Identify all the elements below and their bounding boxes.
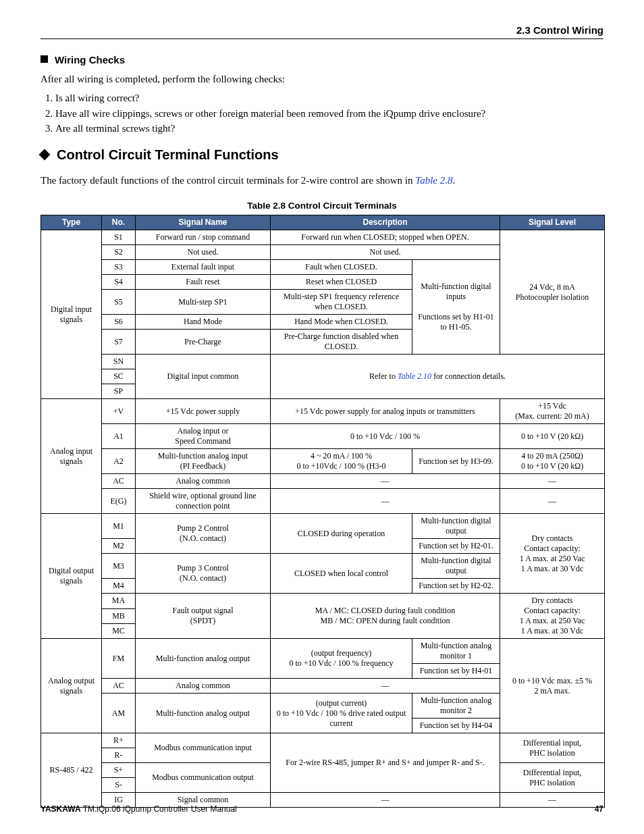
level-cell: —: [500, 489, 605, 514]
desc2-cell: Function set by H3-09.: [412, 449, 500, 474]
wiring-intro: After all wiring is completed, perform t…: [41, 72, 603, 86]
desc-pre: Refer to: [369, 371, 398, 381]
no-cell: S6: [102, 315, 136, 330]
no-cell: R-: [102, 748, 136, 763]
no-cell: M3: [102, 554, 136, 579]
name-cell: Multi-function analog input(PI Feedback): [136, 449, 271, 474]
name-cell: Shield wire, optional ground line connec…: [136, 489, 271, 514]
desc-cell: CLOSED when local control: [271, 554, 412, 594]
type-cell: Analog input signals: [41, 399, 102, 514]
name-cell: Pump 2 Control(N.O. contact): [136, 514, 271, 554]
th-desc: Description: [271, 215, 500, 230]
ccf-body-pre: The factory default functions of the con…: [41, 175, 415, 186]
table-row: Digital output signals M1 Pump 2 Control…: [41, 514, 605, 539]
desc2-cell: Multi-function digital output: [412, 554, 500, 579]
name-cell: Forward run / stop command: [136, 230, 271, 245]
page-footer: YASKAWA TM.iQp.06 iQpump Controller User…: [41, 804, 603, 814]
type-cell: Digital input signals: [41, 230, 102, 399]
name-cell: Modbus communication output: [136, 763, 271, 793]
no-cell: AC: [102, 679, 136, 694]
desc2-cell: Function set by H4-04: [412, 719, 500, 733]
th-no: No.: [102, 215, 136, 230]
no-cell: S+: [102, 763, 136, 778]
name-cell: Analog common: [136, 474, 271, 489]
desc-post: for connection details.: [431, 371, 506, 381]
footer-left: YASKAWA TM.iQp.06 iQpump Controller User…: [41, 804, 237, 814]
ccf-title-text: Control Circuit Terminal Functions: [57, 147, 279, 162]
desc-cell: Multi-step SP1 frequency reference when …: [271, 290, 412, 315]
desc-cell: (output current)0 to +10 Vdc / 100 % dri…: [271, 694, 412, 733]
table-row: A2 Multi-function analog input(PI Feedba…: [41, 449, 605, 474]
table-row: AC Analog common — —: [41, 474, 605, 489]
table-row: SN Digital input common Refer to Table 2…: [41, 355, 605, 369]
desc-cell: MA / MC: CLOSED during fault conditionMB…: [271, 594, 500, 639]
section-header: 2.3 Control Wiring: [41, 24, 603, 36]
type-cell: Analog output signals: [41, 639, 102, 733]
no-cell: AC: [102, 474, 136, 489]
desc-cell: CLOSED during operation: [271, 514, 412, 554]
desc-cell: 0 to +10 Vdc / 100 %: [271, 424, 500, 449]
name-cell: Not used.: [136, 245, 271, 260]
desc-cell: +15 Vdc power supply for analog inputs o…: [271, 399, 500, 424]
desc-cell: —: [271, 474, 500, 489]
table-2-10-link[interactable]: Table 2.10: [398, 371, 431, 381]
desc-cell: 4 ~ 20 mA / 100 %0 to +10Vdc / 100 % (H3…: [271, 449, 412, 474]
header-rule: [41, 38, 603, 39]
square-icon: [41, 55, 48, 63]
th-type: Type: [41, 215, 102, 230]
ccf-body-post: .: [453, 175, 456, 186]
level-cell: +15 Vdc(Max. current: 20 mA): [500, 399, 605, 424]
no-cell: S2: [102, 245, 136, 260]
no-cell: S3: [102, 260, 136, 275]
desc2-cell: Multi-function digital output: [412, 514, 500, 539]
level-cell: 4 to 20 mA (250Ω)0 to +10 V (20 kΩ): [500, 449, 605, 474]
level-cell: Dry contactsContact capacity:1 A max. at…: [500, 594, 605, 639]
name-cell: Multi-function analog output: [136, 639, 271, 679]
level-cell: —: [500, 474, 605, 489]
level-cell: Dry contactsContact capacity:1 A max. at…: [500, 514, 605, 594]
name-cell: Modbus communication input: [136, 733, 271, 763]
name-cell: Fault output signal(SPDT): [136, 594, 271, 639]
no-cell: S7: [102, 330, 136, 355]
no-cell: M4: [102, 579, 136, 594]
no-cell: SC: [102, 369, 136, 384]
no-cell: A2: [102, 449, 136, 474]
name-cell: +15 Vdc power supply: [136, 399, 271, 424]
list-item: Are all terminal screws tight?: [55, 122, 603, 135]
table-row: RS-485 / 422 R+ Modbus communication inp…: [41, 733, 605, 748]
desc2-cell: Function set by H2-02.: [412, 579, 500, 594]
name-cell: Digital input common: [136, 355, 271, 399]
no-cell: SP: [102, 384, 136, 399]
no-cell: FM: [102, 639, 136, 679]
footer-brand: YASKAWA: [41, 804, 81, 814]
desc-cell: Reset when CLOSED: [271, 275, 412, 290]
no-cell: MB: [102, 608, 136, 623]
table-row: Analog input signals +V +15 Vdc power su…: [41, 399, 605, 424]
no-cell: S4: [102, 275, 136, 290]
level-cell: 24 Vdc, 8 mAPhotocoupler isolation: [500, 230, 605, 355]
table-row: A1 Analog input orSpeed Command 0 to +10…: [41, 424, 605, 449]
no-cell: AM: [102, 694, 136, 733]
table-row: E(G) Shield wire, optional ground line c…: [41, 489, 605, 514]
table-2-8-link[interactable]: Table 2.8: [415, 175, 452, 186]
no-cell: +V: [102, 399, 136, 424]
no-cell: M2: [102, 539, 136, 554]
desc-cell: —: [271, 679, 500, 694]
name-cell: External fault input: [136, 260, 271, 275]
footer-page: 47: [595, 804, 603, 814]
no-cell: R+: [102, 733, 136, 748]
desc-cell: —: [271, 489, 500, 514]
level-cell: 0 to +10 Vdc max. ±5 %2 mA max.: [500, 639, 605, 733]
desc2-cell: Multi-function analog monitor 1: [412, 639, 500, 664]
wiring-checks-list: Is all wiring correct? Have all wire cli…: [41, 91, 603, 135]
th-name: Signal Name: [136, 215, 271, 230]
no-cell: M1: [102, 514, 136, 539]
type-cell: RS-485 / 422: [41, 733, 102, 808]
desc2-cell: Function set by H2-01.: [412, 539, 500, 554]
desc2-cell: Function set by H4-01: [412, 664, 500, 679]
desc-cell: Pre-Charge function disabled when CLOSED…: [271, 330, 412, 355]
desc-cell: For 2-wire RS-485, jumper R+ and S+ and …: [271, 733, 500, 793]
desc-cell: Forward run when CLOSED; stopped when OP…: [271, 230, 500, 245]
no-cell: MA: [102, 594, 136, 608]
control-circuit-terminals-table: Type No. Signal Name Description Signal …: [41, 215, 605, 808]
